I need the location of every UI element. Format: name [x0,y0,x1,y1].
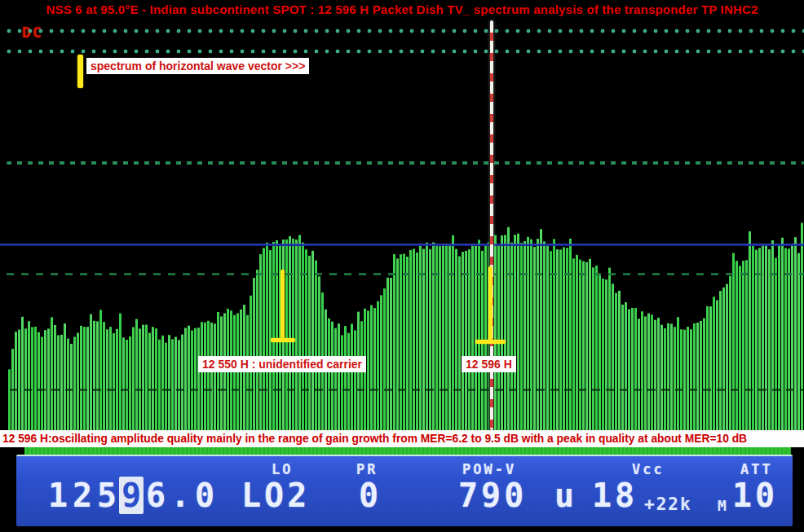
lo-value: LO2 [241,477,310,514]
header-vcc: Vcc [632,461,665,477]
marker-12596-base [475,340,506,344]
reference-level-line [0,244,804,246]
frequency-digit: . [168,477,192,514]
header-pow-v: POW-V [462,461,516,477]
pow-value: 790 [458,477,527,514]
tone-22k-value: +22k [644,495,692,514]
frequency-digit: 0 [192,477,217,514]
header-att: ATT [740,461,773,477]
carrier-12596-label: 12 596 H [462,356,516,372]
grid-dash-row-4 [7,273,804,275]
frequency-digit: 6 [144,477,168,514]
wave-vector-marker-bar [77,55,83,88]
att-prefix: M [718,497,727,514]
vcc-value: 18 [592,477,638,514]
header-lo: LO [272,461,293,477]
marker-12596-line [488,266,493,342]
marker-12550-base [271,338,295,342]
header-pr: PR [356,461,378,477]
frequency-digit: 5 [95,477,119,514]
spectrum-analyzer-photo: NSS 6 at 95.0°E - Indian subcontinent SP… [0,0,804,532]
frequency-digit: 1 [46,477,70,514]
frequency-digit-cursor: 9 [119,477,144,514]
carrier-12550-label: 12 550 H : unidentified carrier [198,356,366,372]
att-value: 10 [732,477,778,514]
meter-readout-panel: LO PR POW-V Vcc ATT 12596.0 LO2 0 790 u … [16,455,793,526]
panel-green-strip [24,447,791,455]
pow-unit: u [554,477,577,514]
analysis-note: 12 596 H:oscillating amplitude quality m… [0,430,804,447]
frequency-display: 12596.0 [46,477,217,514]
frequency-digit: 2 [70,477,95,514]
grid-dash-row-5 [10,389,804,391]
pr-value: 0 [359,477,382,514]
marker-12550-line [281,270,285,340]
wave-vector-label: spectrum of horizontal wave vector >>> [86,58,309,74]
